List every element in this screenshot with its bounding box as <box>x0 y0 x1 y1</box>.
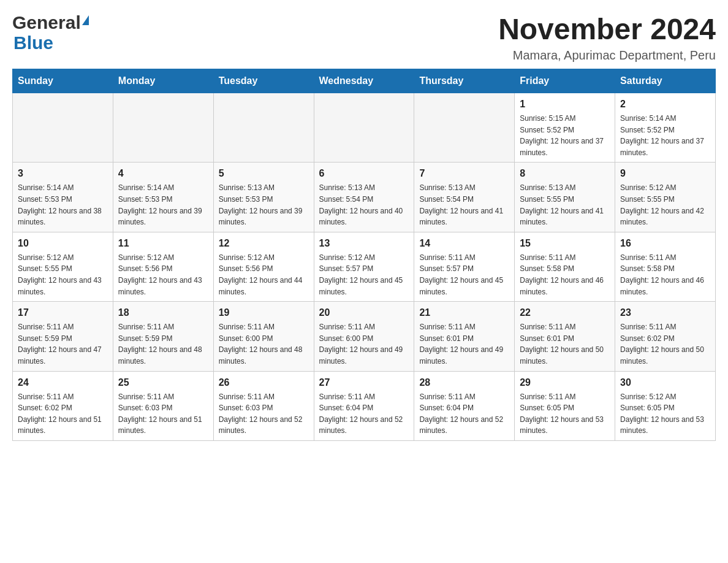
day-number: 26 <box>219 375 309 390</box>
calendar-cell: 25Sunrise: 5:11 AMSunset: 6:03 PMDayligh… <box>113 371 213 440</box>
day-info: Sunrise: 5:11 AMSunset: 5:59 PMDaylight:… <box>118 321 208 367</box>
day-number: 17 <box>18 305 108 320</box>
day-info: Sunrise: 5:11 AMSunset: 6:02 PMDaylight:… <box>620 321 710 367</box>
calendar-cell: 23Sunrise: 5:11 AMSunset: 6:02 PMDayligh… <box>615 302 716 371</box>
logo-blue-text: Blue <box>13 33 53 53</box>
day-info: Sunrise: 5:12 AMSunset: 5:56 PMDaylight:… <box>219 252 309 297</box>
calendar-cell: 7Sunrise: 5:13 AMSunset: 5:54 PMDaylight… <box>414 163 515 232</box>
day-info: Sunrise: 5:11 AMSunset: 6:05 PMDaylight:… <box>520 391 610 437</box>
day-info: Sunrise: 5:11 AMSunset: 5:58 PMDaylight:… <box>520 252 610 297</box>
calendar-cell <box>414 93 515 163</box>
calendar-cell: 13Sunrise: 5:12 AMSunset: 5:57 PMDayligh… <box>314 232 414 301</box>
calendar-cell: 21Sunrise: 5:11 AMSunset: 6:01 PMDayligh… <box>414 302 515 371</box>
calendar-header-sunday: Sunday <box>13 69 113 93</box>
day-info: Sunrise: 5:11 AMSunset: 6:00 PMDaylight:… <box>319 321 409 367</box>
logo-triangle-icon <box>82 15 89 25</box>
day-number: 30 <box>620 375 710 390</box>
day-number: 21 <box>419 305 509 320</box>
day-number: 15 <box>520 236 610 251</box>
calendar-cell <box>113 93 213 163</box>
day-info: Sunrise: 5:11 AMSunset: 6:04 PMDaylight:… <box>319 391 409 437</box>
calendar-cell: 12Sunrise: 5:12 AMSunset: 5:56 PMDayligh… <box>213 232 314 301</box>
day-number: 18 <box>118 305 208 320</box>
day-info: Sunrise: 5:13 AMSunset: 5:55 PMDaylight:… <box>520 182 610 228</box>
day-info: Sunrise: 5:11 AMSunset: 5:57 PMDaylight:… <box>419 252 509 297</box>
calendar-cell: 2Sunrise: 5:14 AMSunset: 5:52 PMDaylight… <box>615 93 716 163</box>
day-number: 11 <box>118 236 208 251</box>
day-number: 19 <box>219 305 309 320</box>
day-info: Sunrise: 5:14 AMSunset: 5:53 PMDaylight:… <box>18 182 108 228</box>
calendar-cell: 22Sunrise: 5:11 AMSunset: 6:01 PMDayligh… <box>515 302 615 371</box>
day-number: 6 <box>319 166 409 181</box>
day-number: 22 <box>520 305 610 320</box>
day-info: Sunrise: 5:13 AMSunset: 5:54 PMDaylight:… <box>319 182 409 228</box>
calendar-week-2: 3Sunrise: 5:14 AMSunset: 5:53 PMDaylight… <box>13 163 716 232</box>
calendar-cell: 18Sunrise: 5:11 AMSunset: 5:59 PMDayligh… <box>113 302 213 371</box>
calendar-cell: 30Sunrise: 5:12 AMSunset: 6:05 PMDayligh… <box>615 371 716 440</box>
day-number: 7 <box>419 166 509 181</box>
day-number: 3 <box>18 166 108 181</box>
day-info: Sunrise: 5:11 AMSunset: 6:01 PMDaylight:… <box>520 321 610 367</box>
day-info: Sunrise: 5:14 AMSunset: 5:53 PMDaylight:… <box>118 182 208 228</box>
day-info: Sunrise: 5:11 AMSunset: 6:04 PMDaylight:… <box>419 391 509 437</box>
calendar-cell: 19Sunrise: 5:11 AMSunset: 6:00 PMDayligh… <box>213 302 314 371</box>
calendar-cell: 11Sunrise: 5:12 AMSunset: 5:56 PMDayligh… <box>113 232 213 301</box>
calendar-header-tuesday: Tuesday <box>213 69 314 93</box>
day-number: 1 <box>520 97 610 112</box>
calendar-week-3: 10Sunrise: 5:12 AMSunset: 5:55 PMDayligh… <box>13 232 716 301</box>
day-number: 14 <box>419 236 509 251</box>
day-number: 24 <box>18 375 108 390</box>
day-info: Sunrise: 5:13 AMSunset: 5:53 PMDaylight:… <box>219 182 309 228</box>
day-number: 28 <box>419 375 509 390</box>
day-number: 29 <box>520 375 610 390</box>
day-number: 12 <box>219 236 309 251</box>
header: General Blue November 2024 Mamara, Apuri… <box>12 12 716 63</box>
day-number: 9 <box>620 166 710 181</box>
day-info: Sunrise: 5:11 AMSunset: 6:03 PMDaylight:… <box>118 391 208 437</box>
day-info: Sunrise: 5:11 AMSunset: 6:02 PMDaylight:… <box>18 391 108 437</box>
day-info: Sunrise: 5:14 AMSunset: 5:52 PMDaylight:… <box>620 113 710 158</box>
calendar-cell: 28Sunrise: 5:11 AMSunset: 6:04 PMDayligh… <box>414 371 515 440</box>
day-number: 27 <box>319 375 409 390</box>
day-number: 8 <box>520 166 610 181</box>
calendar-cell: 5Sunrise: 5:13 AMSunset: 5:53 PMDaylight… <box>213 163 314 232</box>
calendar-cell <box>213 93 314 163</box>
calendar-cell: 20Sunrise: 5:11 AMSunset: 6:00 PMDayligh… <box>314 302 414 371</box>
day-number: 10 <box>18 236 108 251</box>
day-info: Sunrise: 5:12 AMSunset: 6:05 PMDaylight:… <box>620 391 710 437</box>
calendar-cell: 8Sunrise: 5:13 AMSunset: 5:55 PMDaylight… <box>515 163 615 232</box>
calendar-cell: 4Sunrise: 5:14 AMSunset: 5:53 PMDaylight… <box>113 163 213 232</box>
title-area: November 2024 Mamara, Apurimac Departmen… <box>498 12 716 63</box>
day-number: 2 <box>620 97 710 112</box>
day-number: 5 <box>219 166 309 181</box>
day-info: Sunrise: 5:11 AMSunset: 6:01 PMDaylight:… <box>419 321 509 367</box>
calendar-cell: 14Sunrise: 5:11 AMSunset: 5:57 PMDayligh… <box>414 232 515 301</box>
day-number: 16 <box>620 236 710 251</box>
calendar-cell: 6Sunrise: 5:13 AMSunset: 5:54 PMDaylight… <box>314 163 414 232</box>
calendar-cell: 17Sunrise: 5:11 AMSunset: 5:59 PMDayligh… <box>13 302 113 371</box>
calendar-week-5: 24Sunrise: 5:11 AMSunset: 6:02 PMDayligh… <box>13 371 716 440</box>
calendar-cell: 27Sunrise: 5:11 AMSunset: 6:04 PMDayligh… <box>314 371 414 440</box>
calendar-header-saturday: Saturday <box>615 69 716 93</box>
day-number: 20 <box>319 305 409 320</box>
calendar-cell: 24Sunrise: 5:11 AMSunset: 6:02 PMDayligh… <box>13 371 113 440</box>
calendar-header-friday: Friday <box>515 69 615 93</box>
calendar-header-row: SundayMondayTuesdayWednesdayThursdayFrid… <box>13 69 716 93</box>
day-number: 13 <box>319 236 409 251</box>
day-info: Sunrise: 5:11 AMSunset: 6:00 PMDaylight:… <box>219 321 309 367</box>
day-info: Sunrise: 5:12 AMSunset: 5:57 PMDaylight:… <box>319 252 409 297</box>
calendar-cell: 29Sunrise: 5:11 AMSunset: 6:05 PMDayligh… <box>515 371 615 440</box>
calendar-cell: 15Sunrise: 5:11 AMSunset: 5:58 PMDayligh… <box>515 232 615 301</box>
calendar: SundayMondayTuesdayWednesdayThursdayFrid… <box>12 69 716 441</box>
day-info: Sunrise: 5:11 AMSunset: 5:58 PMDaylight:… <box>620 252 710 297</box>
month-title: November 2024 <box>498 12 716 46</box>
logo: General Blue <box>12 12 89 53</box>
calendar-cell <box>13 93 113 163</box>
logo-general-text: General <box>12 12 81 33</box>
day-info: Sunrise: 5:11 AMSunset: 6:03 PMDaylight:… <box>219 391 309 437</box>
day-number: 25 <box>118 375 208 390</box>
day-info: Sunrise: 5:12 AMSunset: 5:55 PMDaylight:… <box>620 182 710 228</box>
calendar-cell: 16Sunrise: 5:11 AMSunset: 5:58 PMDayligh… <box>615 232 716 301</box>
calendar-week-4: 17Sunrise: 5:11 AMSunset: 5:59 PMDayligh… <box>13 302 716 371</box>
calendar-cell: 9Sunrise: 5:12 AMSunset: 5:55 PMDaylight… <box>615 163 716 232</box>
